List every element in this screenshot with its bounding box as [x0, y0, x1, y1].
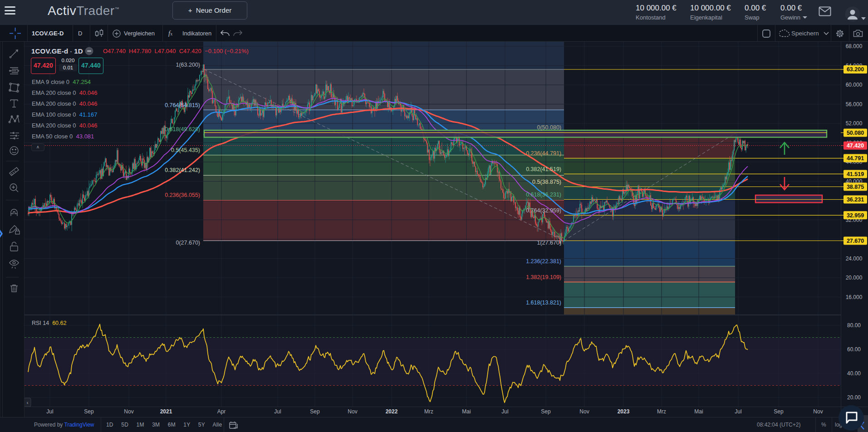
svg-text:Mai: Mai [462, 408, 471, 415]
svg-text:‹: ‹ [27, 400, 29, 405]
svg-text:0(27.670): 0(27.670) [176, 240, 200, 246]
svg-text:52.000: 52.000 [846, 120, 863, 127]
svg-text:Jul: Jul [501, 408, 508, 415]
svg-text:0.236(44.791): 0.236(44.791) [526, 150, 561, 157]
svg-text:Sep: Sep [541, 408, 551, 415]
svg-text:Sep: Sep [84, 408, 94, 415]
svg-text:Mrz: Mrz [657, 408, 666, 415]
svg-text:0.5(38.875): 0.5(38.875) [532, 179, 561, 185]
svg-text:Sep: Sep [310, 408, 320, 415]
svg-text:68.000: 68.000 [846, 43, 863, 49]
svg-text:47.420: 47.420 [847, 142, 864, 149]
svg-text:Mrz: Mrz [424, 408, 433, 415]
svg-text:Apr: Apr [217, 408, 226, 415]
svg-text:1(27.670): 1(27.670) [537, 240, 561, 246]
svg-text:0.382(41.519): 0.382(41.519) [526, 166, 561, 172]
svg-text:Nov: Nov [579, 408, 589, 415]
svg-text:Sep: Sep [774, 408, 784, 415]
svg-text:Mai: Mai [694, 408, 703, 415]
svg-text:Jul: Jul [735, 408, 741, 415]
svg-text:1(63.200): 1(63.200) [176, 62, 200, 68]
svg-text:Jul: Jul [46, 408, 53, 415]
svg-text:0.5(45.435): 0.5(45.435) [171, 147, 200, 153]
svg-text:0.764(54.815): 0.764(54.815) [165, 102, 200, 108]
svg-text:2021: 2021 [160, 408, 172, 415]
svg-text:Jul: Jul [274, 408, 281, 415]
svg-text:50.080: 50.080 [847, 130, 864, 136]
svg-text:80.00: 80.00 [847, 322, 861, 329]
svg-text:1.382(19.109): 1.382(19.109) [526, 274, 561, 280]
svg-text:1.236(22.381): 1.236(22.381) [526, 258, 561, 265]
svg-text:63.200: 63.200 [847, 66, 864, 73]
svg-text:0.382(41.242): 0.382(41.242) [165, 167, 200, 173]
svg-text:0.236(36.055): 0.236(36.055) [165, 192, 200, 198]
svg-text:44.791: 44.791 [847, 155, 864, 162]
svg-text:0.618(36.231): 0.618(36.231) [526, 191, 561, 198]
svg-text:60.00: 60.00 [847, 346, 861, 353]
svg-text:16.000: 16.000 [846, 294, 863, 300]
svg-text:Nov: Nov [348, 408, 357, 415]
svg-text:27.670: 27.670 [847, 238, 864, 244]
svg-text:60.000: 60.000 [846, 82, 863, 88]
svg-text:Nov: Nov [124, 408, 133, 415]
svg-text:1.618(13.821): 1.618(13.821) [526, 299, 561, 306]
svg-text:2023: 2023 [618, 408, 630, 415]
svg-text:24.000: 24.000 [846, 255, 863, 262]
svg-text:38.875: 38.875 [847, 184, 864, 190]
svg-text:41.519: 41.519 [847, 171, 864, 177]
svg-text:56.000: 56.000 [846, 101, 863, 108]
svg-text:32.959: 32.959 [847, 212, 864, 219]
svg-text:0.618(49.628): 0.618(49.628) [165, 126, 200, 133]
svg-text:0.764(32.959): 0.764(32.959) [526, 207, 561, 214]
svg-text:40.00: 40.00 [847, 370, 861, 377]
svg-text:0(50.080): 0(50.080) [537, 124, 561, 131]
svg-text:20.000: 20.000 [846, 275, 863, 281]
svg-text:36.231: 36.231 [847, 196, 864, 203]
svg-text:2022: 2022 [386, 408, 398, 415]
svg-text:20.00: 20.00 [847, 394, 861, 401]
svg-text:Nov: Nov [813, 408, 823, 415]
